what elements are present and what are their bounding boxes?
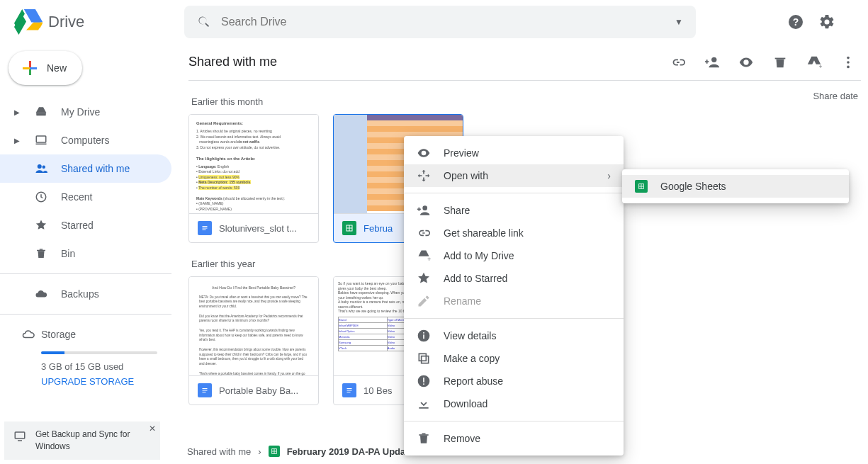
- sidebar-item-recent[interactable]: Recent: [0, 183, 171, 211]
- open-with-submenu: Google Sheets: [622, 169, 849, 203]
- file-item[interactable]: General Requirements: 1. Articles should…: [188, 114, 319, 243]
- sheets-icon: [342, 221, 356, 235]
- link-icon: [417, 226, 431, 240]
- ctx-share[interactable]: Share: [404, 199, 624, 222]
- svg-rect-39: [422, 356, 429, 363]
- svg-marker-1: [30, 23, 43, 28]
- upgrade-storage-link[interactable]: UPGRADE STORAGE: [41, 376, 157, 387]
- header: Drive ▼ ?: [0, 0, 868, 44]
- search-box[interactable]: ▼: [184, 6, 696, 38]
- svg-rect-19: [203, 228, 208, 229]
- svg-text:+: +: [427, 256, 431, 263]
- settings-gear-icon[interactable]: [818, 13, 835, 30]
- monitor-icon: [13, 430, 27, 443]
- ctx-shareable-link[interactable]: Get shareable link: [404, 222, 624, 244]
- ctx-make-copy[interactable]: Make a copy: [404, 347, 624, 370]
- breadcrumb-current[interactable]: February 2019 DA-PA Upda: [287, 446, 406, 457]
- svg-rect-29: [347, 392, 351, 392]
- svg-rect-27: [347, 388, 352, 389]
- svg-rect-28: [347, 390, 352, 391]
- chevron-right-icon: ›: [258, 446, 261, 457]
- ctx-report-abuse[interactable]: Report abuse: [404, 370, 624, 392]
- sheets-icon: [269, 446, 280, 457]
- context-menu: Preview Open with› Share Get shareable l…: [404, 136, 624, 455]
- more-icon[interactable]: [840, 54, 857, 71]
- breadcrumb-root[interactable]: Shared with me: [187, 446, 251, 457]
- svg-rect-37: [423, 334, 424, 339]
- delete-icon[interactable]: [772, 54, 789, 71]
- report-icon: [417, 374, 431, 388]
- svg-rect-26: [203, 392, 206, 392]
- close-icon[interactable]: ✕: [149, 423, 156, 435]
- docs-icon: [198, 221, 212, 235]
- person-add-icon: [417, 203, 431, 217]
- svg-rect-6: [36, 113, 46, 116]
- new-button-label: New: [47, 62, 67, 74]
- svg-point-8: [38, 164, 42, 169]
- svg-rect-38: [423, 332, 424, 334]
- sidebar-item-computers[interactable]: ▶Computers: [0, 126, 171, 154]
- computers-icon: [34, 134, 48, 147]
- docs-icon: [198, 383, 212, 397]
- eye-icon: [417, 146, 431, 160]
- link-icon[interactable]: [670, 54, 687, 71]
- svg-marker-5: [36, 107, 47, 113]
- svg-point-12: [711, 57, 716, 62]
- ctx-view-details[interactable]: View details: [404, 324, 624, 347]
- sidebar-item-bin[interactable]: Bin: [0, 239, 171, 268]
- ctx-download[interactable]: Download: [404, 392, 624, 415]
- sidebar-item-starred[interactable]: Starred: [0, 211, 171, 239]
- backup-sync-promo[interactable]: ✕ Get Backup and Sync for Windows: [4, 421, 160, 460]
- drive-add-icon: +: [417, 249, 431, 263]
- svg-rect-24: [203, 388, 208, 389]
- svg-rect-18: [203, 226, 208, 227]
- clock-icon: [34, 191, 48, 203]
- open-with-icon: [417, 169, 431, 183]
- ctx-remove[interactable]: Remove: [404, 427, 624, 450]
- svg-point-16: [847, 61, 850, 64]
- chevron-right-icon: ›: [607, 170, 611, 181]
- trash-icon: [417, 431, 431, 446]
- add-person-icon[interactable]: [704, 54, 721, 71]
- star-icon: [34, 219, 48, 232]
- new-button[interactable]: New: [9, 51, 82, 85]
- plus-icon: [21, 60, 38, 77]
- search-input[interactable]: [221, 16, 665, 28]
- docs-icon: [342, 383, 356, 397]
- ctx-open-with[interactable]: Open with›: [404, 164, 624, 187]
- sidebar-item-backups[interactable]: Backups: [0, 280, 171, 308]
- sheets-icon: [635, 180, 648, 193]
- help-icon[interactable]: ?: [787, 13, 804, 30]
- page-title: Shared with me: [188, 55, 277, 69]
- submenu-google-sheets[interactable]: Google Sheets: [622, 175, 849, 198]
- logo[interactable]: Drive: [14, 8, 184, 36]
- svg-rect-7: [36, 136, 46, 142]
- search-options-caret-icon[interactable]: ▼: [675, 17, 683, 27]
- svg-rect-25: [203, 390, 208, 391]
- storage-bar: [41, 351, 157, 354]
- drive-logo-icon: [14, 8, 43, 36]
- breadcrumb: Shared with me › February 2019 DA-PA Upd…: [181, 446, 405, 457]
- storage-used-text: 3 GB of 15 GB used: [41, 361, 157, 372]
- svg-point-33: [422, 205, 427, 210]
- cloud-icon: [34, 288, 48, 300]
- drive-icon: [34, 106, 48, 118]
- share-date-label: Share date: [813, 91, 858, 101]
- eye-icon[interactable]: [738, 54, 755, 71]
- sidebar-item-storage[interactable]: Storage: [0, 320, 171, 349]
- ctx-add-to-drive[interactable]: +Add to My Drive: [404, 244, 624, 267]
- ctx-preview[interactable]: Preview: [404, 142, 624, 164]
- file-item[interactable]: And How Do I Find the Best Portable Baby…: [188, 276, 319, 405]
- download-icon: [417, 397, 431, 411]
- sidebar-item-my-drive[interactable]: ▶My Drive: [0, 98, 171, 126]
- svg-rect-20: [203, 230, 206, 230]
- svg-point-15: [847, 56, 850, 59]
- ctx-add-starred[interactable]: Add to Starred: [404, 267, 624, 290]
- svg-rect-11: [15, 432, 25, 438]
- info-icon: [417, 329, 431, 343]
- drive-add-icon[interactable]: +: [806, 54, 823, 71]
- svg-text:?: ?: [793, 16, 799, 28]
- section-label: Earlier this month: [191, 96, 861, 107]
- cloud-outline-icon: [21, 328, 35, 341]
- sidebar-item-shared-with-me[interactable]: Shared with me: [0, 154, 171, 183]
